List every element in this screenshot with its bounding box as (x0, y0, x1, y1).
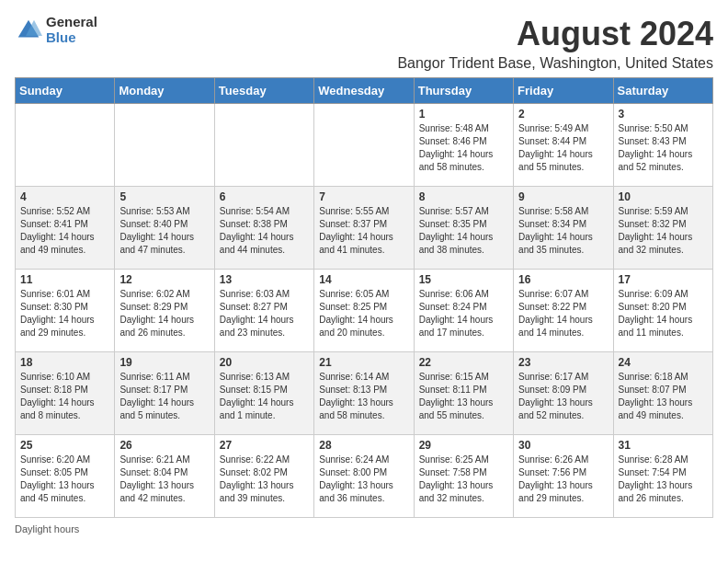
day-info: Sunrise: 6:26 AM Sunset: 7:56 PM Dayligh… (518, 454, 608, 505)
day-info: Sunrise: 5:50 AM Sunset: 8:43 PM Dayligh… (619, 122, 708, 174)
calendar-cell (16, 104, 115, 187)
day-info: Sunrise: 6:05 AM Sunset: 8:25 PM Dayligh… (319, 288, 408, 339)
calendar-cell: 4Sunrise: 5:52 AM Sunset: 8:41 PM Daylig… (16, 187, 115, 270)
day-number: 15 (419, 273, 508, 286)
day-info: Sunrise: 5:55 AM Sunset: 8:37 PM Dayligh… (319, 205, 408, 257)
calendar-week-2: 4Sunrise: 5:52 AM Sunset: 8:41 PM Daylig… (16, 187, 713, 270)
calendar-week-3: 11Sunrise: 6:01 AM Sunset: 8:30 PM Dayli… (16, 270, 713, 352)
day-info: Sunrise: 6:06 AM Sunset: 8:24 PM Dayligh… (419, 288, 508, 339)
day-info: Sunrise: 6:20 AM Sunset: 8:05 PM Dayligh… (20, 454, 109, 505)
calendar-cell: 15Sunrise: 6:06 AM Sunset: 8:24 PM Dayli… (414, 270, 513, 352)
day-info: Sunrise: 5:58 AM Sunset: 8:34 PM Dayligh… (518, 205, 608, 257)
day-info: Sunrise: 6:28 AM Sunset: 7:54 PM Dayligh… (619, 454, 708, 505)
day-info: Sunrise: 6:07 AM Sunset: 8:22 PM Dayligh… (518, 288, 608, 339)
day-number: 19 (119, 356, 209, 369)
day-info: Sunrise: 6:25 AM Sunset: 7:58 PM Dayligh… (419, 454, 508, 505)
day-number: 25 (20, 439, 109, 452)
day-number: 1 (419, 108, 508, 121)
logo: General Blue (15, 15, 97, 45)
calendar-header-monday: Monday (115, 78, 214, 104)
day-number: 18 (20, 356, 109, 369)
subtitle: Bangor Trident Base, Washington, United … (397, 55, 713, 72)
calendar-cell: 19Sunrise: 6:11 AM Sunset: 8:17 PM Dayli… (115, 352, 214, 435)
day-info: Sunrise: 6:15 AM Sunset: 8:11 PM Dayligh… (419, 371, 508, 422)
day-number: 12 (119, 273, 209, 286)
calendar-header-saturday: Saturday (613, 78, 712, 104)
day-number: 11 (20, 273, 109, 286)
day-info: Sunrise: 6:01 AM Sunset: 8:30 PM Dayligh… (20, 288, 109, 339)
day-info: Sunrise: 6:09 AM Sunset: 8:20 PM Dayligh… (619, 288, 708, 339)
calendar-cell: 23Sunrise: 6:17 AM Sunset: 8:09 PM Dayli… (514, 352, 613, 435)
day-info: Sunrise: 6:17 AM Sunset: 8:09 PM Dayligh… (518, 371, 608, 422)
day-info: Sunrise: 6:11 AM Sunset: 8:17 PM Dayligh… (119, 371, 209, 422)
day-info: Sunrise: 6:24 AM Sunset: 8:00 PM Dayligh… (319, 454, 408, 505)
calendar-cell: 20Sunrise: 6:13 AM Sunset: 8:15 PM Dayli… (214, 352, 313, 435)
day-number: 10 (619, 190, 708, 203)
calendar-cell: 21Sunrise: 6:14 AM Sunset: 8:13 PM Dayli… (314, 352, 414, 435)
title-area: August 2024 Bangor Trident Base, Washing… (397, 15, 713, 72)
calendar-cell: 16Sunrise: 6:07 AM Sunset: 8:22 PM Dayli… (514, 270, 613, 352)
calendar-cell: 8Sunrise: 5:57 AM Sunset: 8:35 PM Daylig… (414, 187, 513, 270)
header: General Blue August 2024 Bangor Trident … (15, 15, 713, 72)
calendar-week-1: 1Sunrise: 5:48 AM Sunset: 8:46 PM Daylig… (16, 104, 713, 187)
calendar-week-5: 25Sunrise: 6:20 AM Sunset: 8:05 PM Dayli… (16, 435, 713, 518)
logo-blue: Blue (46, 30, 97, 46)
day-number: 6 (220, 190, 309, 203)
day-number: 27 (220, 439, 309, 452)
main-title: August 2024 (397, 15, 713, 53)
day-info: Sunrise: 6:18 AM Sunset: 8:07 PM Dayligh… (619, 371, 708, 422)
day-info: Sunrise: 6:10 AM Sunset: 8:18 PM Dayligh… (20, 371, 109, 422)
day-number: 13 (220, 273, 309, 286)
day-info: Sunrise: 5:54 AM Sunset: 8:38 PM Dayligh… (220, 205, 309, 257)
day-number: 4 (20, 190, 109, 203)
calendar-cell: 3Sunrise: 5:50 AM Sunset: 8:43 PM Daylig… (613, 104, 712, 187)
calendar-header-wednesday: Wednesday (314, 78, 414, 104)
calendar-cell: 22Sunrise: 6:15 AM Sunset: 8:11 PM Dayli… (414, 352, 513, 435)
calendar-cell: 26Sunrise: 6:21 AM Sunset: 8:04 PM Dayli… (115, 435, 214, 518)
calendar-cell: 29Sunrise: 6:25 AM Sunset: 7:58 PM Dayli… (414, 435, 513, 518)
day-number: 14 (319, 273, 408, 286)
day-number: 31 (619, 439, 708, 452)
day-info: Sunrise: 6:02 AM Sunset: 8:29 PM Dayligh… (119, 288, 209, 339)
day-info: Sunrise: 6:21 AM Sunset: 8:04 PM Dayligh… (119, 454, 209, 505)
day-number: 3 (619, 108, 708, 121)
calendar-cell: 7Sunrise: 5:55 AM Sunset: 8:37 PM Daylig… (314, 187, 414, 270)
day-number: 8 (419, 190, 508, 203)
calendar-cell: 9Sunrise: 5:58 AM Sunset: 8:34 PM Daylig… (514, 187, 613, 270)
day-info: Sunrise: 5:59 AM Sunset: 8:32 PM Dayligh… (619, 205, 708, 257)
day-number: 7 (319, 190, 408, 203)
calendar-cell: 31Sunrise: 6:28 AM Sunset: 7:54 PM Dayli… (613, 435, 712, 518)
calendar-cell: 1Sunrise: 5:48 AM Sunset: 8:46 PM Daylig… (414, 104, 513, 187)
day-info: Sunrise: 5:48 AM Sunset: 8:46 PM Dayligh… (419, 122, 508, 174)
day-info: Sunrise: 5:57 AM Sunset: 8:35 PM Dayligh… (419, 205, 508, 257)
day-number: 28 (319, 439, 408, 452)
day-number: 17 (619, 273, 708, 286)
calendar-cell: 14Sunrise: 6:05 AM Sunset: 8:25 PM Dayli… (314, 270, 414, 352)
day-number: 23 (518, 356, 608, 369)
calendar-cell: 13Sunrise: 6:03 AM Sunset: 8:27 PM Dayli… (214, 270, 313, 352)
logo-icon (15, 17, 42, 44)
day-number: 26 (119, 439, 209, 452)
calendar-header-row: SundayMondayTuesdayWednesdayThursdayFrid… (16, 78, 713, 104)
calendar-cell (214, 104, 313, 187)
calendar-cell: 5Sunrise: 5:53 AM Sunset: 8:40 PM Daylig… (115, 187, 214, 270)
day-number: 9 (518, 190, 608, 203)
calendar-cell: 10Sunrise: 5:59 AM Sunset: 8:32 PM Dayli… (613, 187, 712, 270)
calendar-cell: 27Sunrise: 6:22 AM Sunset: 8:02 PM Dayli… (214, 435, 313, 518)
calendar-cell: 6Sunrise: 5:54 AM Sunset: 8:38 PM Daylig… (214, 187, 313, 270)
calendar-cell: 2Sunrise: 5:49 AM Sunset: 8:44 PM Daylig… (514, 104, 613, 187)
calendar: SundayMondayTuesdayWednesdayThursdayFrid… (15, 77, 713, 518)
day-info: Sunrise: 5:52 AM Sunset: 8:41 PM Dayligh… (20, 205, 109, 257)
day-number: 29 (419, 439, 508, 452)
calendar-cell: 12Sunrise: 6:02 AM Sunset: 8:29 PM Dayli… (115, 270, 214, 352)
calendar-cell: 24Sunrise: 6:18 AM Sunset: 8:07 PM Dayli… (613, 352, 712, 435)
day-info: Sunrise: 5:53 AM Sunset: 8:40 PM Dayligh… (119, 205, 209, 257)
day-number: 16 (518, 273, 608, 286)
day-number: 24 (619, 356, 708, 369)
day-info: Sunrise: 6:03 AM Sunset: 8:27 PM Dayligh… (220, 288, 309, 339)
logo-general: General (46, 15, 97, 30)
calendar-cell (115, 104, 214, 187)
day-info: Sunrise: 6:22 AM Sunset: 8:02 PM Dayligh… (220, 454, 309, 505)
calendar-cell: 25Sunrise: 6:20 AM Sunset: 8:05 PM Dayli… (16, 435, 115, 518)
day-number: 21 (319, 356, 408, 369)
